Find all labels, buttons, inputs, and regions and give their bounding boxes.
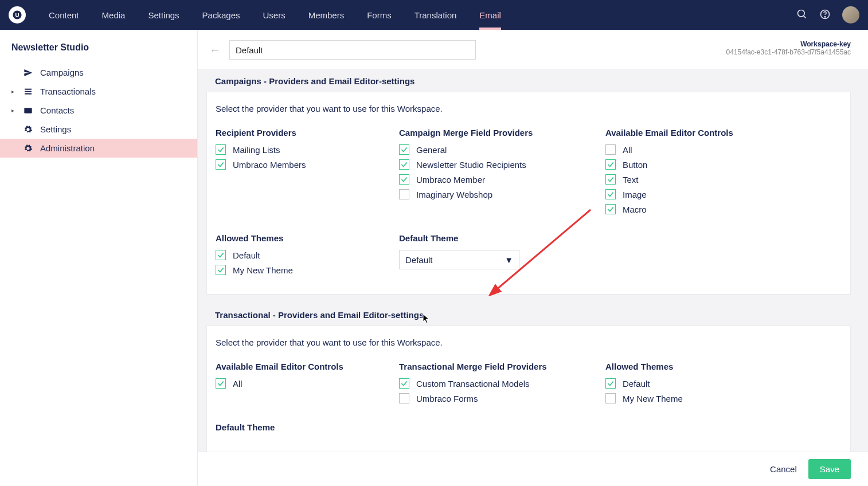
editor-header: ← Workspace-key 04154fac-e3c1-478f-b763-… [198, 30, 868, 69]
nav-members[interactable]: Members [297, 0, 356, 30]
nav-users[interactable]: Users [251, 0, 296, 30]
sidebar-item-transactionals[interactable]: ▸Transactionals [0, 82, 197, 101]
checkbox-row[interactable]: Imaginary Webshop [399, 189, 571, 199]
editor-controls-col: Available Email Editor Controls AllButto… [605, 128, 754, 219]
checkbox-row[interactable]: Text [605, 174, 754, 185]
nav-media[interactable]: Media [91, 0, 137, 30]
checkbox-checked-icon[interactable] [605, 204, 616, 214]
sidebar-item-campaigns[interactable]: Campaigns [0, 63, 197, 82]
recipient-providers-title: Recipient Providers [216, 128, 365, 138]
logo[interactable] [9, 6, 26, 23]
chevron-down-icon: ▼ [505, 255, 513, 265]
checkbox-label: Newsletter Studio Recipients [416, 160, 526, 170]
svg-rect-5 [25, 91, 32, 92]
sidebar-item-label: Administration [40, 143, 95, 153]
cancel-button[interactable]: Cancel [770, 464, 797, 474]
checkbox-row[interactable]: Umbraco Forms [399, 393, 571, 403]
checkbox-label: General [416, 145, 447, 155]
svg-point-0 [798, 10, 805, 17]
checkbox-unchecked-icon[interactable] [605, 144, 616, 155]
umbraco-logo-icon [12, 10, 22, 20]
checkbox-row[interactable]: Custom Transactional Models [399, 378, 571, 389]
checkbox-row[interactable]: General [399, 144, 571, 155]
gear-icon [23, 125, 33, 134]
transactional-section-title: Transactional - Providers and Email Edit… [206, 303, 851, 326]
save-button[interactable]: Save [808, 459, 851, 479]
checkbox-row[interactable]: Default [605, 378, 754, 389]
search-icon[interactable] [796, 9, 808, 22]
nav-content[interactable]: Content [37, 0, 91, 30]
checkbox-checked-icon[interactable] [605, 174, 616, 185]
checkbox-checked-icon[interactable] [605, 159, 616, 170]
trans-editor-controls-col: Available Email Editor Controls All [216, 362, 365, 408]
checkbox-checked-icon[interactable] [605, 189, 616, 199]
checkbox-row[interactable]: Umbraco Members [216, 159, 365, 170]
nav-translation[interactable]: Translation [403, 0, 468, 30]
checkbox-row[interactable]: My New Theme [216, 265, 365, 275]
checkbox-checked-icon[interactable] [216, 159, 226, 170]
checkbox-row[interactable]: My New Theme [605, 393, 754, 403]
back-arrow-icon[interactable]: ← [209, 40, 221, 57]
checkbox-checked-icon[interactable] [399, 378, 409, 389]
sidebar-item-contacts[interactable]: ▸Contacts [0, 101, 197, 120]
nav-email[interactable]: Email [468, 0, 513, 30]
default-theme-select[interactable]: Default ▼ [399, 250, 519, 269]
campaigns-panel: Select the provider that you want to use… [206, 92, 851, 295]
svg-rect-6 [25, 93, 32, 94]
checkbox-checked-icon[interactable] [399, 144, 409, 155]
checkbox-row[interactable]: All [605, 144, 754, 155]
checkbox-checked-icon[interactable] [216, 378, 226, 389]
sidebar-title: Newsletter Studio [0, 30, 197, 63]
trans-editor-controls-title: Available Email Editor Controls [216, 362, 365, 371]
svg-point-3 [824, 16, 825, 17]
sidebar: Newsletter Studio Campaigns▸Transactiona… [0, 30, 198, 486]
checkbox-label: Macro [623, 205, 647, 214]
workspace-key-label: Workspace-key [726, 40, 851, 48]
footer: Cancel Save [198, 452, 868, 486]
workspace-title-input[interactable] [229, 40, 476, 60]
campaign-merge-title: Campaign Merge Field Providers [399, 128, 571, 138]
checkbox-checked-icon[interactable] [399, 159, 409, 170]
checkbox-label: Text [623, 175, 639, 185]
checkbox-label: All [233, 379, 243, 389]
checkbox-unchecked-icon[interactable] [605, 393, 616, 403]
workspace-key-value: 04154fac-e3c1-478f-b763-d7f5a41455ac [726, 48, 851, 56]
checkbox-checked-icon[interactable] [605, 378, 616, 389]
nav-forms[interactable]: Forms [355, 0, 403, 30]
user-avatar[interactable] [842, 6, 859, 23]
checkbox-label: Button [623, 160, 647, 170]
content-scroll[interactable]: Campaigns - Providers and Email Editor-s… [198, 69, 868, 452]
sidebar-tree: Campaigns▸Transactionals▸ContactsSetting… [0, 63, 197, 158]
sidebar-item-administration[interactable]: Administration [0, 139, 197, 158]
checkbox-unchecked-icon[interactable] [399, 393, 409, 403]
checkbox-checked-icon[interactable] [216, 250, 226, 260]
allowed-themes-title: Allowed Themes [216, 233, 365, 243]
checkbox-checked-icon[interactable] [399, 174, 409, 185]
sidebar-item-settings[interactable]: Settings [0, 120, 197, 139]
checkbox-label: Default [233, 250, 260, 260]
trans-default-theme-title: Default Theme [216, 422, 365, 432]
checkbox-label: All [623, 145, 632, 155]
checkbox-checked-icon[interactable] [216, 265, 226, 275]
top-nav: ContentMediaSettingsPackagesUsersMembers… [37, 0, 513, 30]
checkbox-row[interactable]: Newsletter Studio Recipients [399, 159, 571, 170]
checkbox-row[interactable]: Default [216, 250, 365, 260]
workspace-key: Workspace-key 04154fac-e3c1-478f-b763-d7… [726, 40, 851, 56]
checkbox-row[interactable]: Mailing Lists [216, 144, 365, 155]
checkbox-row[interactable]: Image [605, 189, 754, 199]
trans-default-theme-col: Default Theme [216, 422, 365, 439]
allowed-themes-col: Allowed Themes DefaultMy New Theme [216, 233, 365, 280]
checkbox-row[interactable]: Umbraco Member [399, 174, 571, 185]
nav-packages[interactable]: Packages [191, 0, 252, 30]
checkbox-checked-icon[interactable] [216, 144, 226, 155]
checkbox-row[interactable]: Button [605, 159, 754, 170]
transactional-description: Select the provider that you want to use… [216, 338, 842, 347]
checkbox-row[interactable]: Macro [605, 204, 754, 214]
checkbox-label: Default [623, 379, 650, 389]
checkbox-row[interactable]: All [216, 378, 365, 389]
checkbox-unchecked-icon[interactable] [399, 189, 409, 199]
nav-settings[interactable]: Settings [136, 0, 190, 30]
help-icon[interactable] [819, 9, 831, 22]
checkbox-label: Mailing Lists [233, 145, 280, 155]
svg-rect-4 [25, 88, 32, 89]
